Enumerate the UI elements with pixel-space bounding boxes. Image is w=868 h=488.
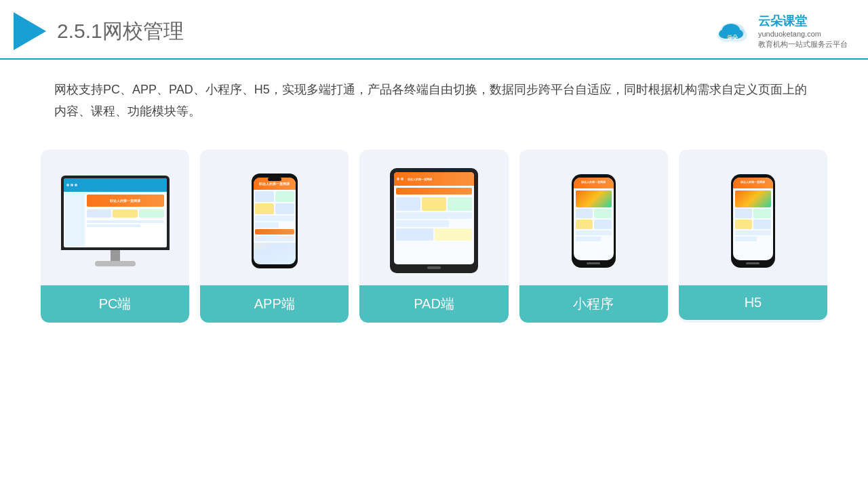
tab-dot1 (397, 178, 399, 180)
mini-grid-4 (594, 220, 612, 229)
phone-row-2 (255, 222, 279, 228)
monitor-mockup: 职达人的第一堂网课 (61, 176, 170, 266)
monitor-top-bar (64, 178, 167, 192)
cards-container: 职达人的第一堂网课 (0, 136, 868, 343)
card-pc: 职达人的第一堂网课 (41, 150, 189, 323)
tab-row-orange (396, 188, 472, 195)
monitor-sidebar (65, 193, 84, 246)
phone-sm-h5-row-2 (735, 237, 757, 241)
monitor-stand-base (95, 261, 136, 266)
phone-row-1 (255, 216, 294, 221)
phone-sm-mockup-h5: 职达人的第一堂网课 (731, 174, 775, 268)
tablet-top-bar: 职达人的第一堂网课 (394, 172, 474, 186)
h5-grid-1 (735, 209, 753, 218)
card-pad: 职达人的第一堂网课 (359, 150, 508, 323)
phone-notch (268, 178, 281, 181)
card-pc-label: PC端 (41, 285, 189, 323)
dot1 (66, 184, 69, 186)
tablet-screen: 职达人的第一堂网课 (394, 172, 474, 264)
dot2 (71, 184, 73, 186)
tablet-mockup: 职达人的第一堂网课 (390, 168, 478, 273)
title-text: 网校管理 (102, 20, 184, 42)
phone-grid (255, 191, 294, 214)
tablet-content (394, 186, 474, 264)
page-title: 2.5.1网校管理 (57, 18, 184, 45)
phone-sm-grid-h5 (735, 209, 771, 229)
h5-grid-2 (753, 209, 771, 218)
monitor-stand-neck (111, 250, 120, 261)
brand-url: yunduoketang.com (758, 29, 848, 39)
brand-info: 云朵课堂 yunduoketang.com 教育机构一站式服务云平台 (758, 13, 848, 50)
section-number: 2.5.1 (57, 20, 102, 42)
phone-sm-row-2 (576, 237, 601, 241)
phone-sm-screen-mini: 职达人的第一堂网课 (574, 178, 614, 260)
phone-screen-app: 职达人的第一堂网课 (254, 178, 296, 264)
phone-sm-banner (576, 190, 612, 207)
mini-grid-2 (594, 209, 612, 218)
mini-grid-1 (576, 209, 593, 218)
card-h5-label: H5 (679, 285, 827, 320)
mini-grid-3 (576, 220, 593, 229)
tablet-home-button (427, 266, 441, 269)
card-app-image: 职达人的第一堂网课 (200, 150, 349, 285)
phone-sm-screen-h5: 职达人的第一堂网课 (733, 178, 773, 260)
brand-logo: 云朵 云朵课堂 yunduoketang.com 教育机构一站式服务云平台 (712, 13, 848, 50)
phone-sm-row-1 (576, 230, 612, 235)
phone-sm-grid (576, 209, 612, 229)
phone-row-3 (255, 229, 294, 235)
cloud-svg-icon: 云朵 (712, 18, 753, 45)
tablet-grid (396, 197, 472, 211)
tab-dot2 (401, 178, 403, 180)
grid-item-4 (275, 203, 294, 214)
card-mini-label: 小程序 (519, 285, 668, 323)
monitor-body: 职达人的第一堂网课 (61, 176, 170, 250)
tab-grid-1 (396, 197, 420, 211)
card-pad-image: 职达人的第一堂网课 (359, 150, 508, 285)
svg-text:云朵: 云朵 (727, 35, 738, 41)
phone-sm-top-h5: 职达人的第一堂网课 (733, 178, 773, 188)
h5-grid-4 (753, 220, 771, 229)
phone-sm-content-mini (574, 188, 614, 260)
description-paragraph: 网校支持PC、APP、PAD、小程序、H5，实现多端打通，产品各终端自由切换，数… (54, 79, 814, 123)
card-app: 职达人的第一堂网课 (200, 150, 349, 323)
tab-grid-2 (422, 197, 446, 211)
header: 2.5.1网校管理 云朵 云朵课堂 yunduoketang.com 教育机构一… (0, 0, 868, 60)
phone-sm-top-mini: 职达人的第一堂网课 (574, 178, 614, 188)
phone-sm-banner-h5 (735, 190, 771, 207)
grid-item-3 (255, 203, 274, 214)
phone-content (254, 190, 296, 243)
brand-tagline: 教育机构一站式服务云平台 (758, 39, 848, 49)
phone-sm-h5-row-1 (735, 230, 771, 235)
card-pc-image: 职达人的第一堂网课 (41, 150, 189, 285)
tab-row-1 (396, 212, 472, 219)
phone-row-4 (255, 236, 294, 241)
tab-row-2 (396, 220, 449, 227)
description-text: 网校支持PC、APP、PAD、小程序、H5，实现多端打通，产品各终端自由切换，数… (0, 60, 868, 136)
card-mini: 职达人的第一堂网课 (519, 150, 668, 323)
card-h5-image: 职达人的第一堂网课 (679, 150, 827, 285)
dot3 (75, 184, 77, 186)
phone-sm-home-mini (587, 262, 600, 264)
card-h5: 职达人的第一堂网课 (679, 150, 827, 323)
h5-grid-3 (735, 220, 753, 229)
phone-mockup-app: 职达人的第一堂网课 (252, 174, 298, 268)
brand-name: 云朵课堂 (758, 13, 848, 29)
play-icon (14, 12, 46, 50)
phone-sm-content-h5 (733, 188, 773, 260)
card-pad-label: PAD端 (359, 285, 508, 323)
header-left: 2.5.1网校管理 (14, 12, 184, 50)
card-mini-image: 职达人的第一堂网课 (519, 150, 668, 285)
monitor-screen: 职达人的第一堂网课 (64, 178, 167, 247)
grid-item-1 (255, 191, 274, 202)
grid-item-2 (275, 191, 294, 202)
monitor-content: 职达人的第一堂网课 (64, 192, 167, 247)
phone-sm-mockup-mini: 职达人的第一堂网课 (572, 174, 616, 268)
card-app-label: APP端 (200, 285, 349, 323)
monitor-main: 职达人的第一堂网课 (85, 193, 165, 246)
tab-grid-3 (448, 197, 472, 211)
phone-sm-home-h5 (746, 262, 760, 264)
